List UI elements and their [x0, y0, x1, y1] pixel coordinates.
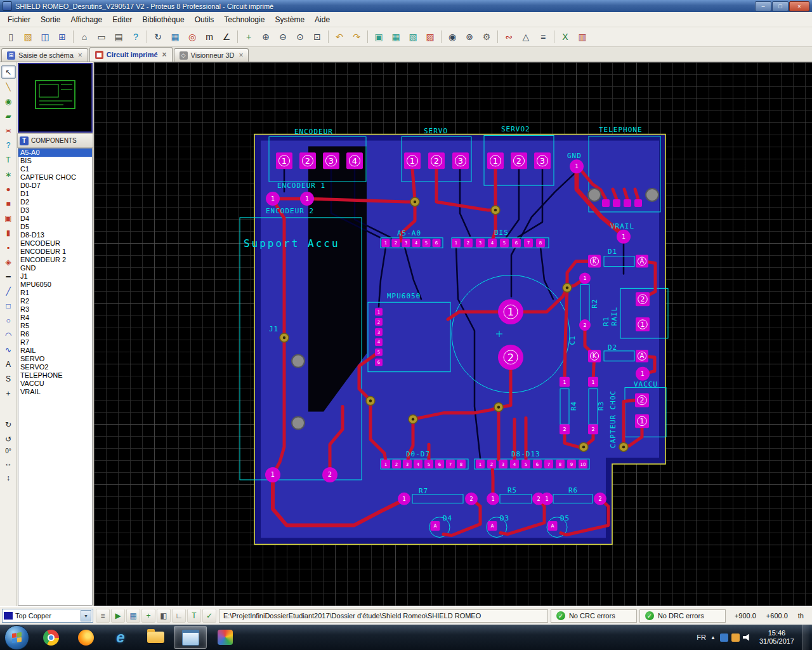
- tab-visionneur-3d[interactable]: ◇Visionneur 3D×: [174, 48, 249, 62]
- component-item-capteur-choc[interactable]: CAPTEUR CHOC: [18, 173, 92, 182]
- pan-icon[interactable]: +: [240, 29, 257, 45]
- make-package-icon[interactable]: ⊚: [461, 29, 478, 45]
- false-origin-icon[interactable]: ◎: [184, 29, 200, 45]
- mirror-vertical-icon[interactable]: ↕: [1, 471, 16, 484]
- component-item-servo2[interactable]: SERVO2: [18, 363, 92, 371]
- menu-editer[interactable]: Editer: [107, 13, 137, 26]
- component-tool-icon[interactable]: T: [1, 153, 16, 166]
- print-icon[interactable]: ▤: [110, 29, 127, 45]
- redo-icon[interactable]: ↷: [348, 29, 365, 45]
- chrome-button[interactable]: [34, 626, 67, 649]
- tab-circuit-imprim[interactable]: ▦Circuit imprimé×: [89, 47, 173, 62]
- component-item-d2[interactable]: D2: [18, 198, 92, 206]
- tray-app-orange-icon[interactable]: [731, 633, 740, 642]
- component-item-a5-a0[interactable]: A5-A0: [18, 149, 92, 157]
- tray-volume-icon[interactable]: [743, 634, 751, 641]
- firefox-button[interactable]: [69, 626, 102, 649]
- menu-biblioth-que[interactable]: Bibliothèque: [138, 13, 190, 26]
- component-item-r4[interactable]: R4: [18, 314, 92, 322]
- tools-icon[interactable]: ⚙: [478, 29, 495, 45]
- chevron-down-icon[interactable]: ▼: [81, 610, 91, 621]
- component-item-j1[interactable]: J1: [18, 272, 92, 281]
- board-flip-icon[interactable]: ◧: [157, 609, 171, 623]
- undo-icon[interactable]: ↶: [331, 29, 348, 45]
- tab-close-icon[interactable]: ×: [162, 50, 167, 59]
- components-header-icon[interactable]: T: [20, 136, 29, 145]
- menu-syst-me[interactable]: Système: [270, 13, 310, 26]
- component-item-rail[interactable]: RAIL: [18, 347, 92, 355]
- connectivity-highlight-icon[interactable]: ?: [1, 138, 16, 152]
- tab-saisie-de-sch-ma[interactable]: ⊞Saisie de schéma×: [1, 48, 88, 62]
- auto-track-icon[interactable]: T: [187, 609, 201, 623]
- language-indicator[interactable]: FR: [697, 633, 706, 641]
- 2d-arc-tool-icon[interactable]: ◠: [1, 328, 16, 342]
- start-button[interactable]: [4, 625, 29, 650]
- live-netlist-icon[interactable]: ✓: [202, 609, 216, 623]
- via-placement-icon[interactable]: ◉: [1, 95, 16, 108]
- component-item-mpu6050[interactable]: MPU6050: [18, 281, 92, 289]
- design-rules-icon[interactable]: △: [518, 29, 534, 45]
- trace-angle-icon[interactable]: ∟: [172, 609, 186, 623]
- home-icon[interactable]: ⌂: [76, 29, 93, 45]
- component-item-vrail[interactable]: VRAIL: [18, 388, 92, 396]
- component-item-r6[interactable]: R6: [18, 330, 92, 338]
- design-overview[interactable]: [18, 63, 93, 133]
- component-item-r1[interactable]: R1: [18, 289, 92, 297]
- tab-close-icon[interactable]: ×: [239, 51, 243, 60]
- edge-pad-tool-icon[interactable]: ▮: [1, 226, 16, 239]
- menu-aide[interactable]: Aide: [310, 13, 335, 26]
- 2d-box-tool-icon[interactable]: □: [1, 299, 16, 312]
- tab-close-icon[interactable]: ×: [78, 51, 82, 60]
- show-desktop-button[interactable]: [802, 625, 809, 650]
- block-move-icon[interactable]: ▦: [388, 29, 404, 45]
- zoom-area-icon[interactable]: ⊡: [309, 29, 325, 45]
- component-item-d4[interactable]: D4: [18, 215, 92, 223]
- component-item-r7[interactable]: R7: [18, 338, 92, 347]
- menu-technologie[interactable]: Technologie: [219, 13, 270, 26]
- selection-tool-icon[interactable]: ↖: [1, 65, 16, 79]
- 2d-line-tool-icon[interactable]: ╱: [1, 284, 16, 298]
- dil-pad-tool-icon[interactable]: ▣: [1, 211, 16, 225]
- block-copy-icon[interactable]: ▣: [370, 29, 387, 45]
- smd-pad-tool-icon[interactable]: ▪: [1, 241, 16, 254]
- component-item-telephone[interactable]: TELEPHONE: [18, 371, 92, 380]
- block-delete-icon[interactable]: ▨: [422, 29, 438, 45]
- marker-tool-icon[interactable]: +: [1, 387, 16, 400]
- internet-explorer-button[interactable]: e: [104, 626, 137, 649]
- grid-toggle-icon[interactable]: ▦: [167, 29, 183, 45]
- 2d-symbol-tool-icon[interactable]: S: [1, 372, 16, 385]
- component-item-r5[interactable]: R5: [18, 322, 92, 330]
- 2d-path-tool-icon[interactable]: ∿: [1, 343, 16, 356]
- help-icon[interactable]: ?: [128, 29, 144, 45]
- zone-placement-icon[interactable]: ▰: [1, 109, 16, 123]
- image-tool-button[interactable]: [209, 626, 242, 649]
- menu-fichier[interactable]: Fichier: [3, 13, 36, 26]
- component-item-encodeur-2[interactable]: ENCODEUR 2: [18, 256, 92, 264]
- work-area-icon[interactable]: ▭: [93, 29, 110, 45]
- tray-app-blue-icon[interactable]: [720, 633, 728, 642]
- component-item-r3[interactable]: R3: [18, 305, 92, 314]
- rotate-anticlockwise-icon[interactable]: ↺: [1, 432, 16, 446]
- crosshair-icon[interactable]: +: [141, 609, 155, 623]
- import-file-icon[interactable]: ⊞: [54, 29, 70, 45]
- menu-affichage[interactable]: Affichage: [65, 13, 107, 26]
- block-rotate-icon[interactable]: ▧: [405, 29, 421, 45]
- component-item-d8-d13[interactable]: D8-D13: [18, 231, 92, 239]
- 2d-text-tool-icon[interactable]: A: [1, 357, 16, 371]
- play-forward-icon[interactable]: ▶: [111, 609, 125, 623]
- rotate-clockwise-icon[interactable]: ↻: [1, 418, 16, 431]
- layer-pairs-icon[interactable]: ≡: [535, 29, 551, 45]
- component-item-d0-d7[interactable]: D0-D7: [18, 182, 92, 190]
- zoom-all-icon[interactable]: ⊙: [292, 29, 308, 45]
- trace-style-tool-icon[interactable]: ━: [1, 270, 16, 283]
- proteus-window-button[interactable]: [174, 626, 207, 649]
- pad-stack-tool-icon[interactable]: ◈: [1, 255, 16, 269]
- ratsnest-icon[interactable]: ∾: [501, 29, 517, 45]
- pick-parts-icon[interactable]: ◉: [444, 29, 461, 45]
- square-pad-tool-icon[interactable]: ■: [1, 197, 16, 210]
- pcb-canvas[interactable]: 1234123123123456123456781234567812345678…: [94, 62, 812, 606]
- layer-selector[interactable]: Top Copper ▼: [2, 609, 93, 623]
- menu-outils[interactable]: Outils: [190, 13, 219, 26]
- component-item-d3[interactable]: D3: [18, 206, 92, 215]
- save-icon[interactable]: ◫: [37, 29, 53, 45]
